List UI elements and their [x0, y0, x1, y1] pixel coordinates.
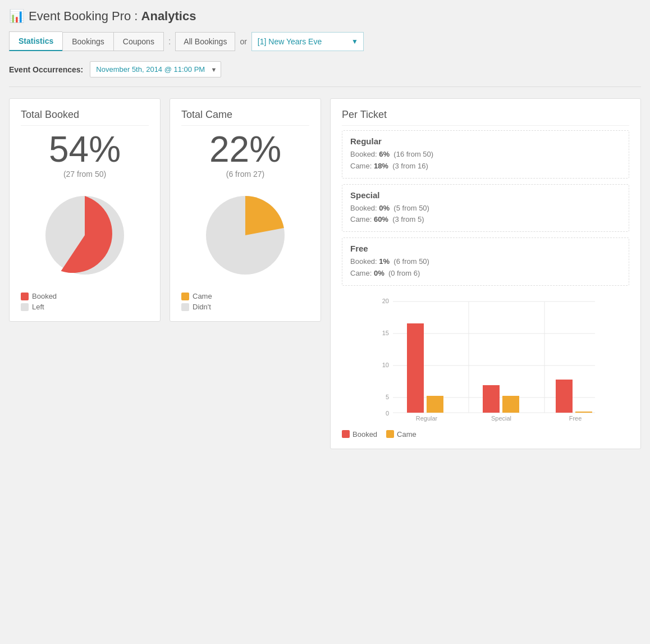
svg-text:Free: Free [569, 415, 582, 422]
nav-bar: Statistics Bookings Coupons : All Bookin… [9, 31, 641, 51]
bar-chart-area: 20 15 10 5 0 [342, 295, 629, 439]
tab-statistics[interactable]: Statistics [9, 31, 62, 51]
total-came-sub: (6 from 27) [181, 170, 309, 179]
legend-item-didnt: Didn't [181, 303, 309, 311]
occurrence-select[interactable]: November 5th, 2014 @ 11:00 PM [90, 61, 221, 77]
legend-item-booked: Booked [21, 292, 149, 300]
tab-coupons[interactable]: Coupons [113, 32, 164, 51]
chart-legend: Booked Came [342, 430, 629, 439]
booked-label: Booked [32, 292, 57, 300]
page-header: 📊 Event Booking Pro : Analytics [9, 9, 641, 24]
ticket-regular-booked: Booked: 6% (16 from 50) [350, 149, 621, 161]
ticket-special-booked: Booked: 0% (5 from 50) [350, 203, 621, 214]
came-dot [181, 293, 189, 300]
nav-separator: : [164, 36, 175, 47]
legend-item-left: Left [21, 303, 149, 311]
bar-regular-booked [407, 323, 424, 413]
bar-free-booked [556, 380, 573, 413]
total-booked-card: Total Booked 54% (27 from 50) Booked [9, 98, 161, 322]
didnt-dot [181, 303, 189, 311]
occurrences-row: Event Occurrences: November 5th, 2014 @ … [9, 61, 641, 87]
ticket-regular-name: Regular [350, 136, 621, 146]
ticket-section-free: Free Booked: 1% (6 from 50) Came: 0% (0 … [342, 237, 629, 286]
svg-text:10: 10 [382, 362, 389, 368]
chart-legend-came: Came [386, 430, 416, 439]
bar-regular-came [427, 396, 443, 413]
total-booked-sub: (27 from 50) [21, 170, 149, 179]
total-came-percent: 22% [181, 131, 309, 167]
svg-text:15: 15 [382, 330, 389, 336]
per-ticket-card: Per Ticket Regular Booked: 6% (16 from 5… [330, 98, 641, 449]
svg-text:0: 0 [386, 410, 389, 417]
svg-text:5: 5 [386, 394, 389, 400]
booked-dot [21, 293, 29, 300]
legend-item-came: Came [181, 292, 309, 300]
total-came-pie [181, 188, 309, 283]
svg-text:Special: Special [491, 415, 511, 422]
total-booked-pie [21, 188, 149, 283]
left-dot [21, 303, 29, 311]
chart-booked-label: Booked [353, 430, 377, 439]
page-title: Event Booking Pro : Analytics [29, 9, 196, 24]
total-came-card: Total Came 22% (6 from 27) Came [170, 98, 321, 322]
bar-chart-svg: 20 15 10 5 0 [342, 295, 629, 424]
bar-special-booked [483, 385, 500, 413]
or-text: or [235, 37, 251, 46]
total-came-legend: Came Didn't [181, 292, 309, 311]
occurrences-label: Event Occurrences: [9, 65, 83, 74]
occurrence-select-wrapper: November 5th, 2014 @ 11:00 PM ▼ [90, 61, 221, 77]
stats-grid: Total Booked 54% (27 from 50) Booked [9, 98, 641, 449]
chart-booked-dot [342, 430, 350, 438]
page-wrapper: 📊 Event Booking Pro : Analytics Statisti… [0, 0, 650, 458]
bar-free-came [575, 412, 592, 413]
all-bookings-button[interactable]: All Bookings [175, 32, 235, 51]
didnt-label: Didn't [193, 303, 211, 311]
per-ticket-title: Per Ticket [342, 109, 629, 126]
total-booked-legend: Booked Left [21, 292, 149, 311]
event-select[interactable]: [1] New Years Eve [251, 32, 364, 51]
left-label: Left [32, 303, 44, 311]
total-came-title: Total Came [181, 109, 309, 126]
ticket-special-name: Special [350, 190, 621, 200]
total-booked-title: Total Booked [21, 109, 149, 126]
ticket-regular-came: Came: 18% (3 from 16) [350, 161, 621, 172]
ticket-section-special: Special Booked: 0% (5 from 50) Came: 60%… [342, 184, 629, 232]
chart-came-dot [386, 430, 394, 438]
bar-special-came [502, 396, 519, 413]
svg-text:20: 20 [382, 298, 389, 304]
tab-bookings[interactable]: Bookings [62, 32, 113, 51]
title-bold: Analytics [141, 9, 196, 23]
svg-text:Regular: Regular [416, 415, 438, 422]
event-select-wrapper: [1] New Years Eve ▼ [251, 32, 364, 51]
app-icon: 📊 [9, 9, 24, 24]
came-label: Came [193, 292, 212, 300]
title-prefix: Event Booking Pro : [29, 9, 141, 23]
chart-legend-booked: Booked [342, 430, 377, 439]
total-booked-percent: 54% [21, 131, 149, 167]
ticket-free-name: Free [350, 244, 621, 253]
ticket-free-booked: Booked: 1% (6 from 50) [350, 256, 621, 268]
ticket-free-came: Came: 0% (0 from 6) [350, 268, 621, 280]
ticket-special-came: Came: 60% (3 from 5) [350, 214, 621, 226]
chart-came-label: Came [397, 430, 416, 439]
ticket-section-regular: Regular Booked: 6% (16 from 50) Came: 18… [342, 130, 629, 179]
